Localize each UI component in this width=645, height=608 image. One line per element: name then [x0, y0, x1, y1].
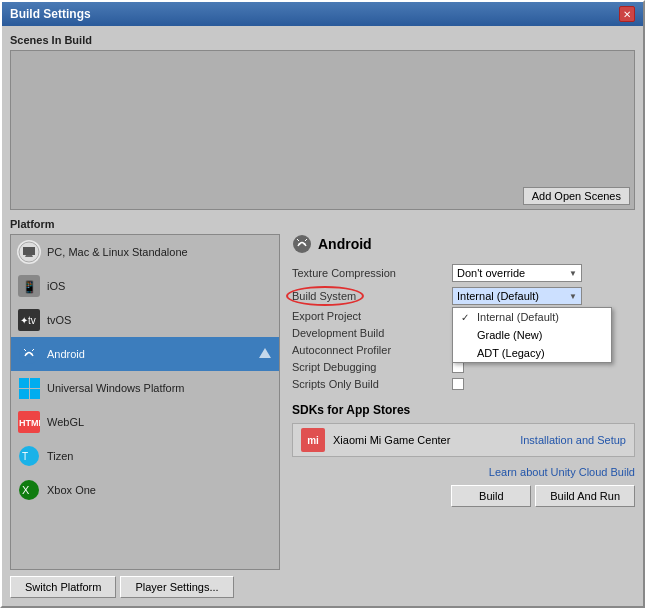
dropdown-item-gradle[interactable]: Gradle (New) — [453, 326, 611, 344]
uwp-icon — [17, 376, 41, 400]
svg-rect-13 — [19, 389, 29, 399]
platform-list-container: PC, Mac & Linux Standalone 📱 iOS — [10, 234, 280, 598]
platform-android-label: Android — [47, 348, 251, 360]
build-system-select-container: Internal (Default) ▼ ✓ Internal (Default… — [452, 287, 582, 305]
close-button[interactable]: ✕ — [619, 6, 635, 22]
svg-point-23 — [304, 243, 306, 245]
platform-item-uwp[interactable]: Universal Windows Platform — [11, 371, 279, 405]
svg-point-22 — [299, 243, 301, 245]
platform-item-pc[interactable]: PC, Mac & Linux Standalone — [11, 235, 279, 269]
platform-item-xbox[interactable]: X Xbox One — [11, 473, 279, 507]
texture-compression-select[interactable]: Don't override ▼ — [452, 264, 582, 282]
texture-compression-row: Texture Compression Don't override ▼ — [292, 264, 635, 282]
build-system-select[interactable]: Internal (Default) ▼ — [452, 287, 582, 305]
add-open-scenes-button[interactable]: Add Open Scenes — [523, 187, 630, 205]
autoconnect-profiler-label: Autoconnect Profiler — [292, 344, 452, 356]
build-and-run-button[interactable]: Build And Run — [535, 485, 635, 507]
unity-badge — [257, 346, 273, 362]
bottom-buttons: Build Build And Run — [292, 485, 635, 507]
sdk-row: mi Xiaomi Mi Game Center Installation an… — [292, 423, 635, 457]
platform-item-android[interactable]: Android — [11, 337, 279, 371]
webgl-icon: HTML5 — [17, 410, 41, 434]
scripts-only-build-row: Scripts Only Build — [292, 378, 635, 390]
tvos-icon: ✦tv — [17, 308, 41, 332]
sdk-section: SDKs for App Stores mi Xiaomi Mi Game Ce… — [292, 403, 635, 457]
svg-point-5 — [19, 344, 39, 364]
svg-point-7 — [31, 353, 33, 355]
svg-rect-14 — [30, 389, 40, 399]
window-title: Build Settings — [10, 7, 91, 21]
platform-list: PC, Mac & Linux Standalone 📱 iOS — [10, 234, 280, 570]
development-build-label: Development Build — [292, 327, 452, 339]
platform-uwp-label: Universal Windows Platform — [47, 382, 273, 394]
sdk-section-title: SDKs for App Stores — [292, 403, 635, 417]
platform-title: Android — [292, 234, 635, 254]
switch-platform-button[interactable]: Switch Platform — [10, 576, 116, 598]
platform-item-ios[interactable]: 📱 iOS — [11, 269, 279, 303]
platform-webgl-label: WebGL — [47, 416, 273, 428]
build-button[interactable]: Build — [451, 485, 531, 507]
svg-text:📱: 📱 — [22, 279, 37, 294]
svg-text:HTML5: HTML5 — [19, 418, 40, 428]
cloud-build-section: Learn about Unity Cloud Build — [292, 465, 635, 479]
svg-point-6 — [26, 353, 28, 355]
svg-point-21 — [293, 235, 311, 253]
cloud-build-link[interactable]: Learn about Unity Cloud Build — [489, 466, 635, 478]
platform-tizen-label: Tizen — [47, 450, 273, 462]
svg-text:T: T — [22, 451, 28, 462]
script-debugging-label: Script Debugging — [292, 361, 452, 373]
platform-item-tvos[interactable]: ✦tv tvOS — [11, 303, 279, 337]
platform-pc-label: PC, Mac & Linux Standalone — [47, 246, 273, 258]
dropdown-item-internal[interactable]: ✓ Internal (Default) — [453, 308, 611, 326]
player-settings-button[interactable]: Player Settings... — [120, 576, 233, 598]
android-title-icon — [292, 234, 312, 254]
platform-ios-label: iOS — [47, 280, 273, 292]
export-project-label: Export Project — [292, 310, 452, 322]
sdk-link[interactable]: Installation and Setup — [520, 434, 626, 446]
build-system-arrow-icon: ▼ — [569, 292, 577, 301]
platform-tvos-label: tvOS — [47, 314, 273, 326]
window-content: Scenes In Build Add Open Scenes Platform — [2, 26, 643, 606]
svg-text:X: X — [22, 484, 30, 496]
android-icon — [17, 342, 41, 366]
platform-item-webgl[interactable]: HTML5 WebGL — [11, 405, 279, 439]
pc-icon — [17, 240, 41, 264]
build-system-label: Build System — [292, 290, 452, 302]
build-system-dropdown: ✓ Internal (Default) Gradle (New) ADT (L… — [452, 307, 612, 363]
build-system-row: Build System Internal (Default) ▼ ✓ — [292, 287, 635, 305]
title-bar: Build Settings ✕ — [2, 2, 643, 26]
svg-text:✦tv: ✦tv — [20, 315, 36, 326]
platform-xbox-label: Xbox One — [47, 484, 273, 496]
svg-rect-11 — [19, 378, 29, 388]
android-settings-panel: Android Texture Compression Don't overri… — [280, 234, 635, 598]
scenes-panel: Add Open Scenes — [10, 50, 635, 210]
sdk-name: Xiaomi Mi Game Center — [333, 434, 512, 446]
scenes-section-label: Scenes In Build — [10, 34, 635, 46]
platform-bottom-buttons: Switch Platform Player Settings... — [10, 576, 280, 598]
dropdown-item-adt[interactable]: ADT (Legacy) — [453, 344, 611, 362]
scripts-only-build-checkbox[interactable] — [452, 378, 464, 390]
texture-compression-label: Texture Compression — [292, 267, 452, 279]
sdk-mi-icon: mi — [301, 428, 325, 452]
ios-icon: 📱 — [17, 274, 41, 298]
platform-name-title: Android — [318, 236, 372, 252]
select-arrow-icon: ▼ — [569, 269, 577, 278]
scripts-only-build-label: Scripts Only Build — [292, 378, 452, 390]
build-settings-window: Build Settings ✕ Scenes In Build Add Ope… — [0, 0, 645, 608]
svg-rect-12 — [30, 378, 40, 388]
platform-section-label: Platform — [10, 218, 635, 230]
xbox-icon: X — [17, 478, 41, 502]
svg-marker-10 — [259, 348, 271, 358]
tizen-icon: T — [17, 444, 41, 468]
platform-section: PC, Mac & Linux Standalone 📱 iOS — [10, 234, 635, 598]
platform-item-tizen[interactable]: T Tizen — [11, 439, 279, 473]
